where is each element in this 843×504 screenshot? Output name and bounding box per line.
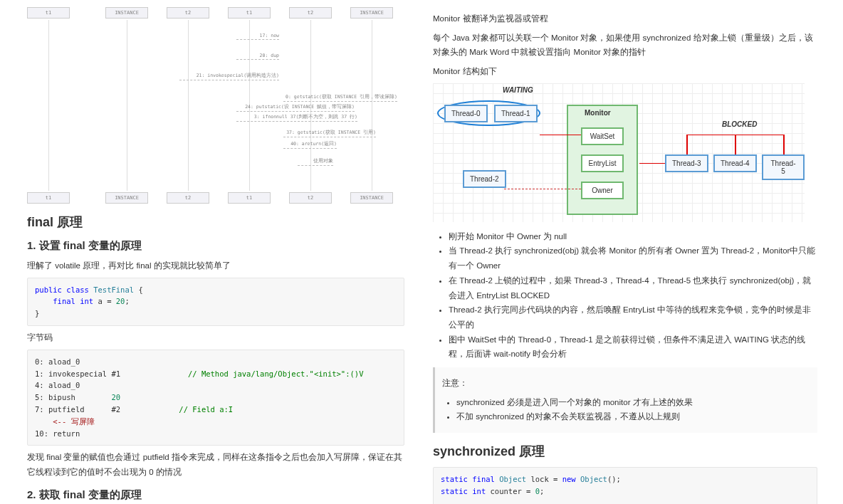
seq-msg: 0: getstatic(获取 INSTANCE 引用，带读屏障) — [283, 94, 397, 102]
heading-set-final: 1. 设置 final 变量的原理 — [27, 239, 404, 253]
list-item: 不加 synchronized 的对象不会关联监视器，不遵从以上规则 — [456, 409, 810, 424]
seq-col-t2b: t2 — [289, 7, 332, 19]
note-block: 注意： synchronized 必须是进入同一个对象的 monitor 才有上… — [433, 367, 817, 433]
list-item: synchronized 必须是进入同一个对象的 monitor 才有上述的效果 — [456, 395, 810, 410]
bullet-list: 刚开始 Monitor 中 Owner 为 null 当 Thread-2 执行… — [433, 229, 817, 362]
seq-msg: 37: getstatic(获取 INSTANCE 引用) — [283, 130, 376, 137]
list-item: 图中 WaitSet 中的 Thread-0，Thread-1 是之前获得过锁，… — [449, 332, 817, 362]
seq-msg: 使用对象 — [298, 158, 333, 166]
seq-msg: 40: areturn(返回) — [283, 141, 337, 149]
seq-col-t2: t2 — [167, 7, 209, 19]
para: 发现 final 变量的赋值也会通过 putfield 指令来完成，同样在这条指… — [27, 450, 404, 479]
arrow-entrylist — [639, 163, 665, 164]
seq-col-instance: INSTANCE — [105, 7, 148, 19]
seq-col-instanceb: INSTANCE — [350, 7, 393, 19]
seq-col-t1b: t1 — [228, 7, 271, 19]
para: 字节码 — [27, 330, 404, 345]
list-item: 在 Thread-2 上锁的过程中，如果 Thread-3，Thread-4，T… — [449, 273, 817, 303]
heading-get-final: 2. 获取 final 变量的原理 — [27, 488, 404, 502]
seq-col-t1: t1 — [27, 7, 70, 19]
code-block-testfinal: public class TestFinal { final int a = 2… — [27, 278, 404, 326]
seq-msg: 20: dup — [236, 53, 279, 60]
seq-msg: 24: putstatic(设 INSTANCE 赋值，带写屏障) — [236, 104, 355, 112]
heading-synchronized: synchronized 原理 — [433, 443, 817, 460]
list-item: 刚开始 Monitor 中 Owner 为 null — [449, 229, 817, 244]
code-block-sync: static final Object lock = new Object();… — [433, 467, 817, 504]
arrow-owner — [504, 189, 581, 189]
list-item: Thread-2 执行完同步代码块的内容，然后唤醒 EntryList 中等待的… — [449, 303, 817, 332]
seq-msg: 3: ifnonnull 37(判断不为空，则跳 37 行) — [236, 114, 357, 122]
seq-msg: 21: invokespecial(调用构造方法) — [179, 73, 279, 80]
arrow-waitset — [540, 135, 581, 136]
para: 每个 Java 对象都可以关联一个 Monitor 对象，如果使用 synchr… — [433, 31, 817, 60]
code-block-bytecode: 0: aload_0 1: invokespecial #1 // Method… — [27, 350, 404, 446]
list-item: 当 Thread-2 执行 synchronized(obj) 就会将 Moni… — [449, 243, 817, 273]
monitor-diagram: WAITING BLOCKED Thread-0 Thread-1 Thread… — [433, 83, 805, 222]
para: Monitor 被翻译为监视器或管程 — [433, 11, 817, 26]
sequence-diagram: t1 INSTANCE t2 t1 t2 INSTANCE t1 INSTANC… — [27, 7, 400, 204]
heading-final: final 原理 — [27, 214, 404, 231]
seq-msg: 17: new — [236, 33, 279, 40]
para: 理解了 volatile 原理，再对比 final 的实现就比较简单了 — [27, 258, 404, 273]
para: Monitor 结构如下 — [433, 64, 817, 79]
